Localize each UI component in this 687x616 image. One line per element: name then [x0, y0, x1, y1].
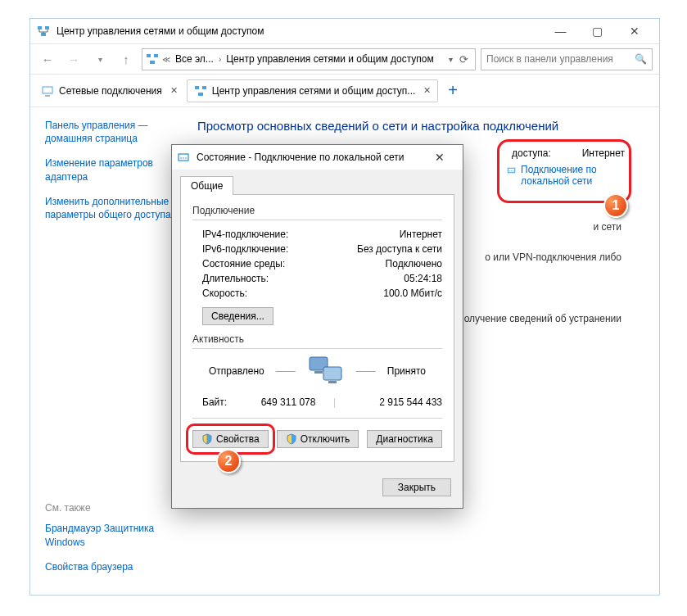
svg-rect-4	[154, 54, 158, 57]
properties-button-label: Свойства	[216, 433, 260, 445]
breadcrumb-bar[interactable]: ≪ Все эл... › Центр управления сетями и …	[142, 48, 476, 70]
breadcrumb-item[interactable]: Центр управления сетями и общим доступом	[224, 53, 436, 65]
svg-rect-6	[43, 87, 52, 93]
close-button[interactable]: ✕	[616, 20, 653, 43]
recent-dropdown[interactable]: ▾	[89, 48, 111, 70]
svg-rect-13	[323, 367, 341, 380]
add-tab-button[interactable]: +	[440, 81, 466, 100]
connection-link[interactable]: Подключение по локальной сети	[504, 164, 625, 187]
access-info: доступа: Интернет Подключение по локальн…	[504, 147, 625, 187]
speed-label: Скорость:	[192, 288, 247, 299]
sidebar: Панель управления — домашняя страница Из…	[30, 107, 184, 595]
tab-strip: Сетевые подключения ✕ Центр управления с…	[30, 75, 659, 107]
shield-icon	[201, 433, 213, 445]
tab-label: Центр управления сетями и общим доступ..…	[212, 85, 416, 97]
minimize-button[interactable]: —	[542, 20, 579, 43]
connection-link-text: Подключение по локальной сети	[521, 164, 625, 187]
tab-label: Сетевые подключения	[59, 85, 162, 97]
sidebar-link-firewall[interactable]: Брандмауэр Защитника Windows	[45, 522, 174, 548]
chevron-icon: ≪	[162, 55, 170, 64]
diagnose-button[interactable]: Диагностика	[367, 430, 442, 448]
tab-close-icon[interactable]: ✕	[167, 85, 178, 96]
path-network-icon	[146, 52, 159, 66]
svg-rect-8	[202, 86, 206, 89]
media-label: Состояние среды:	[192, 258, 285, 270]
ipv4-value: Интернет	[400, 229, 442, 240]
group-activity-label: Активность	[192, 333, 442, 345]
annotation-badge-2: 2	[216, 449, 241, 473]
disable-button[interactable]: Отключить	[277, 430, 359, 448]
sent-label: Отправлено	[209, 365, 264, 377]
search-placeholder: Поиск в панели управления	[486, 53, 613, 65]
details-button[interactable]: Сведения...	[202, 307, 273, 325]
bytes-label: Байт:	[202, 396, 227, 408]
main-headline: Просмотр основных сведений о сети и наст…	[197, 119, 646, 133]
address-bar: ← → ▾ ↑ ≪ Все эл... › Центр управления с…	[30, 43, 659, 75]
breadcrumb-item[interactable]: Все эл...	[174, 53, 215, 65]
dialog-panel: Подключение IPv4-подключение:Интернет IP…	[180, 194, 454, 462]
bytes-recv: 2 915 544 433	[336, 396, 442, 408]
bytes-sent: 649 311 078	[227, 396, 333, 408]
chevron-right-icon: ›	[219, 55, 221, 64]
window-title: Центр управления сетями и общим доступом	[56, 25, 542, 37]
annotation-badge-1: 1	[603, 193, 628, 218]
svg-rect-3	[147, 54, 151, 57]
disable-button-label: Отключить	[301, 433, 350, 445]
svg-rect-14	[314, 371, 323, 374]
see-also-label: См. также	[45, 502, 174, 514]
duration-value: 05:24:18	[404, 273, 442, 284]
ipv4-label: IPv4-подключение:	[192, 229, 288, 240]
access-value: Интернет	[582, 147, 625, 159]
search-input[interactable]: Поиск в панели управления 🔍	[481, 48, 653, 70]
sidebar-link-sharing[interactable]: Изменить дополнительные параметры общего…	[45, 195, 174, 221]
speed-value: 100.0 Мбит/с	[383, 288, 442, 299]
svg-rect-5	[150, 61, 155, 64]
duration-label: Длительность:	[192, 273, 269, 284]
recv-label: Принято	[387, 365, 426, 377]
activity-graphic: Отправлено —— —— Принято	[192, 356, 442, 387]
network-center-icon	[194, 84, 207, 97]
svg-rect-7	[195, 86, 199, 89]
access-label: доступа:	[504, 147, 551, 159]
ethernet-icon	[177, 151, 190, 164]
tab-close-icon[interactable]: ✕	[420, 85, 431, 96]
dialog-title: Состояние - Подключение по локальной сет…	[197, 152, 423, 163]
properties-button[interactable]: Свойства	[192, 430, 269, 448]
tab-network-connections[interactable]: Сетевые подключения ✕	[34, 79, 185, 102]
network-center-icon	[37, 25, 50, 38]
forward-button[interactable]: →	[63, 48, 84, 70]
refresh-icon[interactable]: ⟳	[456, 53, 472, 66]
network-icon	[41, 84, 54, 97]
media-value: Подключено	[386, 258, 442, 270]
ipv6-label: IPv6-подключение:	[192, 243, 288, 255]
tab-network-center[interactable]: Центр управления сетями и общим доступ..…	[187, 79, 439, 102]
ethernet-icon	[507, 164, 516, 177]
status-dialog: Состояние - Подключение по локальной сет…	[171, 144, 463, 509]
tab-general[interactable]: Общие	[180, 176, 233, 195]
ipv6-value: Без доступа к сети	[357, 243, 442, 255]
path-dropdown-icon[interactable]: ▾	[449, 55, 453, 64]
dialog-titlebar: Состояние - Подключение по локальной сет…	[172, 145, 463, 170]
sidebar-link-adapter[interactable]: Изменение параметров адаптера	[45, 156, 174, 183]
svg-rect-0	[38, 26, 42, 29]
titlebar: Центр управления сетями и общим доступом…	[30, 19, 659, 43]
svg-rect-1	[45, 26, 49, 29]
back-button[interactable]: ←	[37, 48, 58, 70]
group-connection-label: Подключение	[192, 205, 442, 216]
dialog-close-button[interactable]: ✕	[423, 147, 456, 168]
svg-rect-9	[198, 93, 203, 96]
sidebar-link-home[interactable]: Панель управления — домашняя страница	[45, 119, 174, 145]
shield-icon	[286, 433, 297, 445]
close-button[interactable]: Закрыть	[382, 478, 451, 496]
up-button[interactable]: ↑	[115, 48, 137, 70]
two-computers-icon	[307, 356, 345, 387]
svg-rect-15	[328, 381, 337, 383]
sidebar-link-browser[interactable]: Свойства браузера	[45, 560, 174, 573]
maximize-button[interactable]: ▢	[579, 20, 616, 43]
search-icon: 🔍	[635, 53, 647, 65]
